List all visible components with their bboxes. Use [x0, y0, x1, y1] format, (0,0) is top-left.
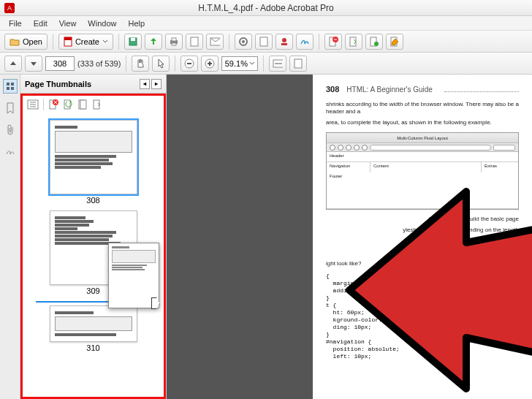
delete-thumb-icon[interactable]	[48, 99, 58, 110]
menu-edit[interactable]: Edit	[28, 18, 53, 29]
thumbnails-tab[interactable]	[3, 79, 18, 94]
stamp-icon	[279, 37, 289, 47]
select-tool[interactable]	[152, 56, 170, 72]
attachments-tab[interactable]	[3, 123, 18, 137]
replace-button[interactable]	[365, 34, 383, 50]
svg-rect-27	[11, 83, 14, 86]
menu-help[interactable]: Help	[122, 18, 151, 29]
page-number: 308	[326, 85, 339, 94]
thumbnails-icon	[5, 81, 15, 91]
pdf-icon	[190, 37, 199, 47]
print-button[interactable]	[165, 34, 183, 50]
svg-rect-35	[80, 100, 86, 109]
extract-thumb-icon[interactable]	[92, 99, 102, 110]
fit-page-icon	[294, 58, 303, 69]
hand-tool[interactable]	[132, 56, 149, 72]
bookmark-icon	[6, 102, 15, 114]
signatures-tab[interactable]	[3, 145, 18, 159]
figure-content-cell: Content	[370, 162, 482, 172]
edit-button[interactable]	[386, 34, 403, 50]
svg-rect-8	[172, 43, 176, 45]
email-button[interactable]	[206, 34, 224, 50]
thumbnails-panel: Page Thumbnails ◂ ▸ 308 309	[20, 75, 167, 399]
print-icon	[169, 37, 179, 47]
svg-point-20	[374, 42, 379, 46]
svg-point-14	[282, 38, 286, 42]
figure-footer-cell: Footer	[327, 172, 518, 209]
options-icon[interactable]	[27, 99, 39, 110]
menu-file[interactable]: File	[3, 18, 28, 29]
separator	[43, 99, 44, 110]
menu-window[interactable]: Window	[82, 18, 122, 29]
thumbnails-toolbar	[20, 94, 166, 113]
svg-rect-18	[350, 37, 356, 46]
create-button[interactable]: Create	[58, 34, 113, 50]
separator	[263, 56, 264, 72]
plus-icon	[205, 58, 215, 69]
thumbnail-page-310[interactable]	[50, 305, 137, 342]
minus-icon	[184, 58, 194, 69]
page-up-button[interactable]	[4, 56, 22, 72]
sign-icon	[300, 37, 310, 47]
insert-thumb-icon[interactable]	[77, 99, 88, 110]
create-label: Create	[75, 37, 99, 46]
upload-icon	[148, 37, 159, 47]
svg-rect-33	[64, 100, 70, 109]
create-pdf-button[interactable]	[186, 34, 203, 50]
navigation-rail	[0, 75, 20, 399]
save-icon	[128, 37, 138, 47]
delete-page-button[interactable]	[324, 34, 342, 50]
body-text: ylesheet somewhat, depending on the leng…	[326, 227, 519, 234]
dragging-thumbnail-ghost	[108, 243, 159, 308]
thumbnail-label: 308	[28, 196, 158, 205]
chevron-down-icon	[102, 39, 108, 44]
save-button[interactable]	[124, 34, 142, 50]
zoom-out-button[interactable]	[180, 56, 198, 72]
svg-text:A: A	[7, 4, 12, 12]
separator	[175, 56, 175, 72]
body-text: ight look like?	[326, 260, 519, 267]
arrow-up-icon	[10, 60, 17, 67]
body-text: area, to complete the layout, as shown i…	[326, 119, 519, 126]
zoom-level[interactable]: 59.1%	[221, 56, 258, 71]
svg-rect-3	[64, 37, 72, 40]
extract-button[interactable]	[345, 34, 362, 50]
fit-width-button[interactable]	[269, 56, 286, 72]
page-number-input[interactable]	[45, 56, 75, 71]
thumbnails-prev-button[interactable]: ◂	[140, 79, 150, 89]
page-down-button[interactable]	[25, 56, 42, 72]
rotate-thumb-icon[interactable]	[63, 99, 73, 110]
svg-rect-29	[11, 87, 14, 90]
body-text: shrinks according to the width of the br…	[326, 101, 519, 116]
stamp-button[interactable]	[276, 34, 293, 50]
separator	[319, 34, 319, 50]
document-button[interactable]	[255, 34, 273, 50]
chevron-down-icon	[249, 61, 255, 66]
svg-rect-26	[7, 83, 10, 86]
share-button[interactable]	[145, 34, 162, 50]
page-count: (333 of 539)	[77, 59, 121, 68]
toolbar-main: Open Create	[0, 31, 532, 53]
sign-button[interactable]	[296, 34, 314, 50]
settings-button[interactable]	[235, 34, 252, 50]
bookmarks-tab[interactable]	[3, 101, 18, 115]
zoom-in-button[interactable]	[201, 56, 218, 72]
page-icon	[259, 37, 268, 47]
thumbnails-next-button[interactable]: ▸	[151, 79, 162, 89]
body-text: int to help you build the basic page	[326, 216, 519, 223]
svg-rect-13	[260, 37, 267, 46]
embedded-browser-figure: Multi-Column Fluid Layout Header Navigat…	[326, 132, 519, 210]
paperclip-icon	[6, 124, 15, 136]
thumbnail-page-308[interactable]	[50, 120, 137, 194]
fit-page-button[interactable]	[289, 56, 307, 72]
hand-icon	[136, 58, 145, 69]
dotted-rule	[444, 91, 519, 92]
open-button[interactable]: Open	[4, 34, 48, 50]
separator	[126, 56, 126, 72]
separator	[229, 34, 229, 50]
document-view[interactable]: 308 HTML: A Beginner's Guide shrinks acc…	[167, 75, 532, 399]
svg-rect-7	[172, 38, 176, 41]
body-text: age layout, the following shows what the…	[326, 246, 519, 253]
menu-view[interactable]: View	[53, 18, 83, 29]
acrobat-app-icon: A	[4, 3, 15, 13]
